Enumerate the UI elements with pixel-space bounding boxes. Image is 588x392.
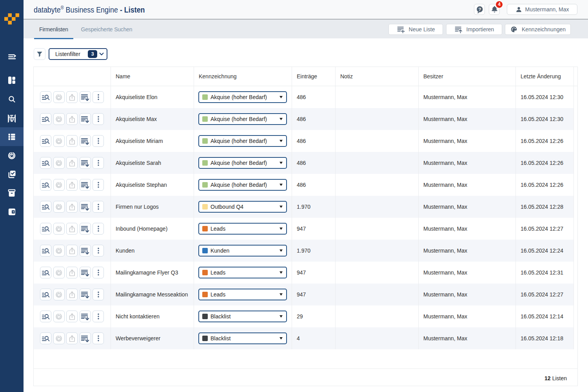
svg-text:?: ? <box>478 6 481 12</box>
